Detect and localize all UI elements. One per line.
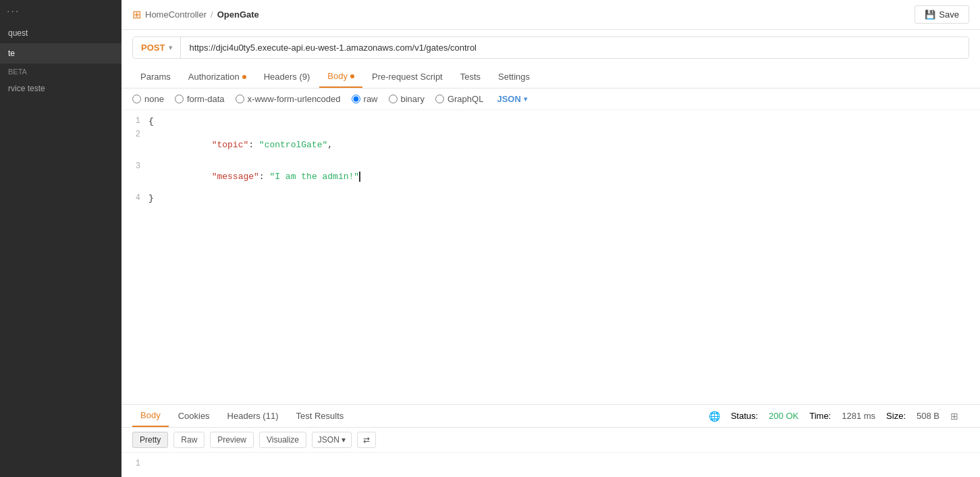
line-content-4: }	[148, 193, 980, 203]
line-content-2: "topic": "controlGate",	[148, 130, 980, 160]
tab-pre-request-label: Pre-request Script	[372, 72, 443, 82]
value-topic: "controlGate"	[259, 140, 327, 150]
resp-tab-test-results[interactable]: Test Results	[288, 405, 352, 426]
url-bar: POST ▾	[132, 36, 969, 59]
code-line-4: 4 }	[121, 193, 980, 206]
resp-tab-headers[interactable]: Headers (11)	[219, 405, 287, 426]
tab-settings[interactable]: Settings	[490, 66, 538, 87]
resp-json-label: JSON	[318, 435, 339, 445]
sidebar-item-quest[interactable]: quest	[0, 23, 121, 43]
colon-2: :	[248, 140, 259, 150]
key-topic: "topic"	[212, 140, 249, 150]
time-value: 1281 ms	[842, 411, 875, 421]
resp-tab-body[interactable]: Body	[132, 405, 169, 427]
save-button[interactable]: 💾 Save	[915, 5, 969, 24]
line-content-1: {	[148, 116, 980, 126]
body-type-binary-radio[interactable]	[389, 95, 398, 103]
sidebar-item-beta: BETA	[0, 64, 121, 80]
tab-params[interactable]: Params	[132, 66, 179, 87]
response-area: Body Cookies Headers (11) Test Results 🌐…	[121, 404, 980, 477]
indent-2	[190, 140, 211, 150]
save-label: Save	[939, 9, 959, 20]
response-content: 1	[121, 453, 980, 477]
response-status-bar: 🌐 Status: 200 OK Time: 1281 ms Size: 508…	[698, 411, 969, 422]
topbar: ⊞ HomeController / OpenGate 💾 Save	[121, 0, 980, 30]
globe-icon: 🌐	[709, 411, 720, 422]
tab-authorization[interactable]: Authorization	[180, 66, 254, 87]
body-type-graphql[interactable]: GraphQL	[435, 94, 483, 104]
resp-line-1: 1	[121, 458, 980, 472]
collection-icon: ⊞	[132, 8, 141, 21]
body-type-raw-label: raw	[364, 94, 378, 104]
json-format-dropdown[interactable]: JSON ▾	[497, 94, 526, 104]
size-value: 508 B	[917, 411, 940, 421]
body-type-none[interactable]: none	[132, 94, 164, 104]
body-type-binary[interactable]: binary	[389, 94, 425, 104]
breadcrumb-separator: /	[211, 9, 213, 20]
resp-preview-btn[interactable]: Preview	[210, 432, 254, 448]
line-number-2: 2	[121, 130, 148, 139]
breadcrumb: ⊞ HomeController / OpenGate	[132, 8, 259, 21]
body-type-raw-radio[interactable]	[352, 95, 360, 103]
tab-headers[interactable]: Headers (9)	[256, 66, 319, 87]
tab-headers-label: Headers (9)	[264, 72, 310, 82]
body-type-raw[interactable]: raw	[352, 94, 378, 104]
body-type-urlencoded[interactable]: x-www-form-urlencoded	[236, 94, 341, 104]
resp-visualize-btn[interactable]: Visualize	[259, 432, 306, 448]
resp-raw-btn[interactable]: Raw	[173, 432, 205, 448]
line-content-3: "message": "I am the admin!"	[148, 161, 980, 192]
resp-json-chevron-icon: ▾	[342, 435, 346, 445]
resp-wrap-btn[interactable]: ⇄	[357, 432, 376, 448]
comma-2: ,	[327, 140, 333, 150]
tab-pre-request[interactable]: Pre-request Script	[364, 66, 451, 87]
method-label: POST	[141, 43, 165, 53]
body-type-urlencoded-radio[interactable]	[236, 95, 244, 103]
key-message: "message"	[212, 172, 259, 182]
breadcrumb-parent[interactable]: HomeController	[145, 9, 207, 20]
body-type-graphql-radio[interactable]	[435, 95, 444, 103]
json-format-label: JSON	[497, 94, 520, 104]
resp-tab-cookies[interactable]: Cookies	[170, 405, 218, 426]
tab-body[interactable]: Body	[319, 66, 362, 88]
body-type-form-data-radio[interactable]	[175, 95, 184, 103]
indent-3	[190, 172, 211, 182]
method-chevron-icon: ▾	[169, 44, 172, 51]
resp-line-number-1: 1	[121, 459, 148, 468]
sidebar-menu-dots[interactable]: ···	[0, 0, 121, 23]
value-message: "I am the admin!"	[269, 172, 360, 182]
body-type-none-radio[interactable]	[132, 95, 141, 103]
code-line-3: 3 "message": "I am the admin!"	[121, 161, 980, 193]
url-input[interactable]	[181, 37, 969, 58]
authorization-dot	[242, 75, 246, 79]
body-type-form-data[interactable]: form-data	[175, 94, 225, 104]
line-number-1: 1	[121, 116, 148, 126]
request-tabs: Params Authorization Headers (9) Body Pr…	[121, 66, 980, 89]
resp-pretty-btn[interactable]: Pretty	[132, 432, 168, 448]
colon-3: :	[259, 172, 270, 182]
code-line-2: 2 "topic": "controlGate",	[121, 129, 980, 161]
body-type-form-data-label: form-data	[187, 94, 225, 104]
body-dot	[350, 74, 354, 78]
tab-tests-label: Tests	[460, 72, 481, 82]
main-panel: ⊞ HomeController / OpenGate 💾 Save POST …	[121, 0, 980, 477]
body-type-graphql-label: GraphQL	[447, 94, 483, 104]
tab-authorization-label: Authorization	[188, 72, 240, 82]
breadcrumb-current: OpenGate	[217, 9, 259, 20]
response-toolbar: Pretty Raw Preview Visualize JSON ▾ ⇄	[121, 428, 980, 453]
sidebar-item-service[interactable]: rvice teste	[0, 80, 121, 97]
edit-icon[interactable]: ⊞	[950, 411, 958, 422]
code-editor[interactable]: 1 { 2 "topic": "controlGate", 3 "message…	[121, 110, 980, 404]
method-dropdown[interactable]: POST ▾	[133, 37, 181, 58]
size-label: Size:	[886, 411, 906, 421]
status-value: 200 OK	[769, 411, 798, 421]
body-type-options: none form-data x-www-form-urlencoded raw…	[121, 89, 980, 110]
save-icon: 💾	[925, 9, 935, 20]
line-number-4: 4	[121, 193, 148, 203]
code-line-1: 1 {	[121, 116, 980, 129]
tab-body-label: Body	[327, 71, 348, 81]
resp-json-dropdown[interactable]: JSON ▾	[312, 432, 352, 448]
tab-tests[interactable]: Tests	[452, 66, 489, 87]
status-label: Status:	[731, 411, 758, 421]
sidebar: ··· quest te BETA rvice teste	[0, 0, 121, 477]
sidebar-item-te[interactable]: te	[0, 43, 121, 64]
